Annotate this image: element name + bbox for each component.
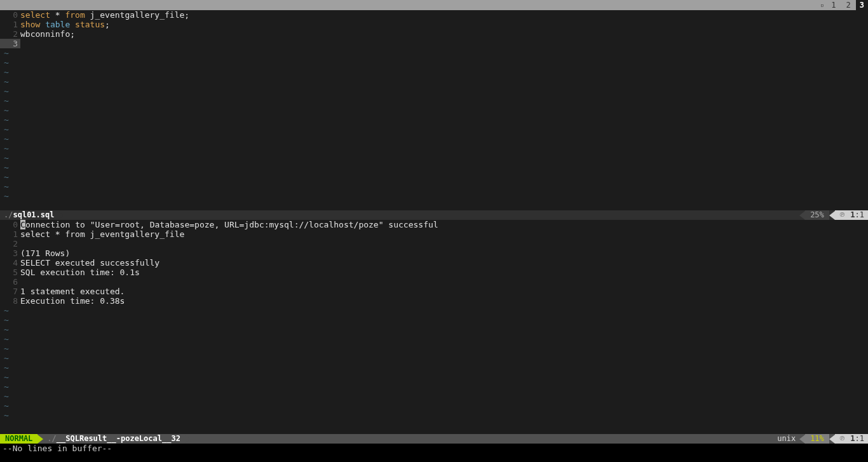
empty-line-tilde: ~ (0, 182, 9, 191)
empty-line-tilde: ~ (0, 401, 9, 411)
empty-line-tilde: ~ (0, 334, 9, 344)
line-text[interactable]: show table status; (20, 20, 868, 29)
line-text[interactable]: SQL execution time: 0.1s (20, 268, 868, 277)
line-number: 1 (0, 229, 20, 239)
editor-buffer-lower[interactable]: 0Connection to "User=root, Database=poze… (0, 220, 868, 434)
line-text[interactable]: Execution time: 0.38s (20, 296, 868, 306)
line-text[interactable]: SELECT executed successfully (20, 258, 868, 268)
separator-icon (184, 435, 190, 444)
line-text[interactable]: Connection to "User=root, Database=poze,… (20, 220, 868, 229)
bottom-border (0, 453, 868, 462)
editor-pane-upper[interactable]: 0select * from j_eventgallery_file;1show… (0, 10, 868, 220)
line-number: 2 (0, 29, 20, 39)
line-number: 7 (0, 287, 20, 296)
empty-line-tilde: ~ (0, 315, 9, 325)
empty-line-tilde: ~ (0, 382, 9, 391)
empty-line-tilde: ~ (0, 115, 9, 125)
linecol-lower: ℗ 1:1 (835, 434, 868, 444)
empty-line-tilde: ~ (0, 325, 9, 334)
line-number: 1 (0, 20, 20, 29)
empty-line-tilde: ~ (0, 125, 9, 134)
empty-line-tilde: ~ (0, 163, 9, 172)
empty-line-tilde: ~ (0, 144, 9, 153)
line-number: 3 (0, 248, 20, 258)
line-number: 4 (0, 258, 20, 268)
line-text[interactable]: select * from j_eventgallery_file (20, 229, 868, 239)
line-number: 2 (0, 239, 20, 248)
empty-line-tilde: ~ (0, 391, 9, 401)
line-text[interactable]: select * from j_eventgallery_file; (20, 10, 868, 20)
empty-line-tilde: ~ (0, 344, 9, 353)
statusline-upper: ./sql01.sql 25% ℗ 1:1 (0, 210, 868, 220)
empty-line-tilde: ~ (0, 48, 9, 58)
line-number: 3 (0, 39, 20, 48)
empty-line-tilde: ~ (0, 153, 9, 163)
command-line[interactable]: --No lines in buffer-- (0, 444, 868, 453)
line-text[interactable]: (171 Rows) (20, 248, 868, 258)
fileformat-lower: unix (773, 434, 799, 444)
line-number: 6 (0, 277, 20, 287)
tablist-icon: ▫ (815, 0, 826, 10)
tab-3[interactable]: 3 (856, 0, 868, 10)
filepath-upper: ./sql01.sql (0, 210, 58, 220)
separator-icon (829, 435, 835, 444)
empty-line-tilde: ~ (0, 67, 9, 77)
empty-line-tilde: ~ (0, 86, 9, 96)
separator-icon (58, 211, 64, 220)
empty-line-tilde: ~ (0, 372, 9, 382)
empty-line-tilde: ~ (0, 134, 9, 144)
separator-icon (799, 211, 805, 220)
empty-line-tilde: ~ (0, 172, 9, 182)
line-number: 0 (0, 220, 20, 229)
editor-pane-lower[interactable]: 0Connection to "User=root, Database=poze… (0, 220, 868, 444)
tab-2[interactable]: 2 (841, 0, 856, 10)
filepath-lower: ./__SQLResult__-pozeLocal__32 (43, 434, 184, 444)
tabline: ▫ 1 2 3 (0, 0, 868, 10)
linecol-upper: ℗ 1:1 (835, 210, 868, 220)
line-text[interactable]: wbconninfo; (20, 29, 868, 39)
line-number: 8 (0, 296, 20, 306)
separator-icon (37, 435, 43, 444)
line-number: 0 (0, 10, 20, 20)
empty-line-tilde: ~ (0, 306, 9, 315)
empty-line-tilde: ~ (0, 353, 9, 363)
line-text[interactable] (20, 39, 868, 48)
empty-line-tilde: ~ (0, 77, 9, 86)
line-text[interactable]: 1 statement executed. (20, 287, 868, 296)
percent-lower: 11% (805, 434, 829, 444)
separator-icon (799, 435, 805, 444)
statusline-lower: NORMAL ./__SQLResult__-pozeLocal__32 uni… (0, 434, 868, 444)
empty-line-tilde: ~ (0, 96, 9, 105)
percent-upper: 25% (805, 210, 829, 220)
line-number: 5 (0, 268, 20, 277)
mode-indicator: NORMAL (0, 434, 37, 444)
line-text[interactable] (20, 277, 868, 287)
empty-line-tilde: ~ (0, 411, 9, 420)
empty-line-tilde: ~ (0, 363, 9, 372)
separator-icon (829, 211, 835, 220)
line-text[interactable] (20, 239, 868, 248)
editor-buffer-upper[interactable]: 0select * from j_eventgallery_file;1show… (0, 10, 868, 210)
empty-line-tilde: ~ (0, 58, 9, 67)
empty-line-tilde: ~ (0, 105, 9, 115)
tab-1[interactable]: 1 (826, 0, 841, 10)
empty-line-tilde: ~ (0, 191, 9, 201)
